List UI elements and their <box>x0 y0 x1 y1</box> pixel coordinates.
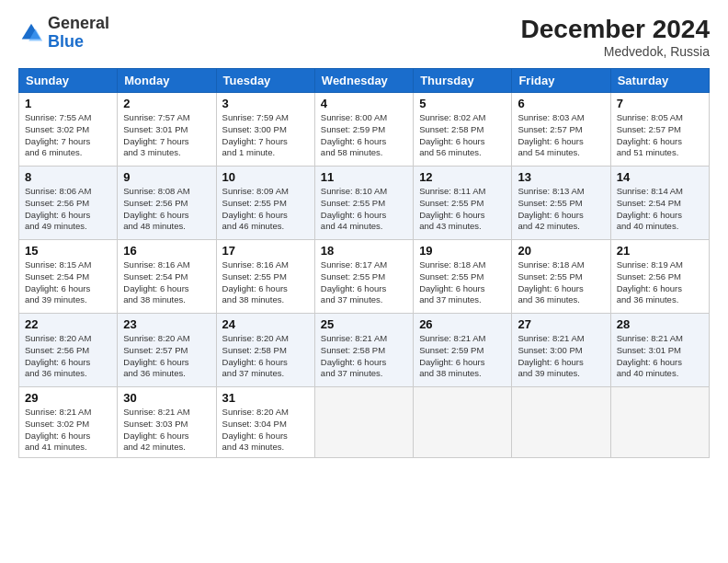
col-thursday: Thursday <box>414 69 512 93</box>
day-8: 8Sunrise: 8:06 AMSunset: 2:56 PMDaylight… <box>19 167 118 240</box>
day-9: 9Sunrise: 8:08 AMSunset: 2:56 PMDaylight… <box>118 167 216 240</box>
day-info-24: Sunrise: 8:20 AMSunset: 2:58 PMDaylight:… <box>222 333 309 380</box>
day-12: 12Sunrise: 8:11 AMSunset: 2:55 PMDayligh… <box>414 167 512 240</box>
day-info-13: Sunrise: 8:13 AMSunset: 2:55 PMDaylight:… <box>518 186 604 233</box>
day-info-2: Sunrise: 7:57 AMSunset: 3:01 PMDaylight:… <box>123 112 210 159</box>
month-title: December 2024 <box>521 15 710 44</box>
day-4: 4Sunrise: 8:00 AMSunset: 2:59 PMDaylight… <box>314 93 413 167</box>
day-number-11: 11 <box>321 170 407 184</box>
day-info-28: Sunrise: 8:21 AMSunset: 3:01 PMDaylight:… <box>617 333 703 380</box>
day-number-25: 25 <box>321 317 407 331</box>
col-monday: Monday <box>118 69 216 93</box>
day-number-5: 5 <box>419 97 506 110</box>
logo-text: General Blue <box>48 15 109 52</box>
day-number-30: 30 <box>123 391 210 405</box>
location: Medvedok, Russia <box>521 44 710 59</box>
day-number-31: 31 <box>222 391 309 405</box>
col-tuesday: Tuesday <box>216 69 314 93</box>
calendar-header-row: Sunday Monday Tuesday Wednesday Thursday… <box>19 69 710 93</box>
day-info-4: Sunrise: 8:00 AMSunset: 2:59 PMDaylight:… <box>321 112 407 159</box>
day-info-18: Sunrise: 8:17 AMSunset: 2:55 PMDaylight:… <box>321 259 407 306</box>
col-saturday: Saturday <box>610 69 709 93</box>
day-number-18: 18 <box>321 244 407 258</box>
day-1: 1Sunrise: 7:55 AMSunset: 3:02 PMDaylight… <box>19 93 118 167</box>
day-info-9: Sunrise: 8:08 AMSunset: 2:56 PMDaylight:… <box>123 186 210 233</box>
day-number-26: 26 <box>419 317 506 331</box>
day-number-14: 14 <box>617 170 703 184</box>
day-info-10: Sunrise: 8:09 AMSunset: 2:55 PMDaylight:… <box>222 186 309 233</box>
day-info-8: Sunrise: 8:06 AMSunset: 2:56 PMDaylight:… <box>25 186 111 233</box>
empty-cell <box>414 387 512 458</box>
day-info-11: Sunrise: 8:10 AMSunset: 2:55 PMDaylight:… <box>321 186 407 233</box>
col-sunday: Sunday <box>19 69 118 93</box>
day-25: 25Sunrise: 8:21 AMSunset: 2:58 PMDayligh… <box>314 314 413 387</box>
day-info-21: Sunrise: 8:19 AMSunset: 2:56 PMDaylight:… <box>617 259 703 306</box>
day-number-24: 24 <box>222 317 309 331</box>
day-30: 30Sunrise: 8:21 AMSunset: 3:03 PMDayligh… <box>118 387 216 458</box>
col-wednesday: Wednesday <box>314 69 413 93</box>
day-info-30: Sunrise: 8:21 AMSunset: 3:03 PMDaylight:… <box>123 407 210 454</box>
day-number-16: 16 <box>123 244 210 258</box>
day-11: 11Sunrise: 8:10 AMSunset: 2:55 PMDayligh… <box>314 167 413 240</box>
day-number-7: 7 <box>617 97 703 110</box>
day-info-31: Sunrise: 8:20 AMSunset: 3:04 PMDaylight:… <box>222 407 309 454</box>
day-info-16: Sunrise: 8:16 AMSunset: 2:54 PMDaylight:… <box>123 259 210 306</box>
day-info-17: Sunrise: 8:16 AMSunset: 2:55 PMDaylight:… <box>222 259 309 306</box>
logo-icon <box>18 20 44 46</box>
day-info-27: Sunrise: 8:21 AMSunset: 3:00 PMDaylight:… <box>518 333 604 380</box>
day-number-2: 2 <box>123 97 210 110</box>
day-number-21: 21 <box>617 244 703 258</box>
day-13: 13Sunrise: 8:13 AMSunset: 2:55 PMDayligh… <box>512 167 610 240</box>
day-number-10: 10 <box>222 170 309 184</box>
day-info-19: Sunrise: 8:18 AMSunset: 2:55 PMDaylight:… <box>419 259 506 306</box>
day-info-6: Sunrise: 8:03 AMSunset: 2:57 PMDaylight:… <box>518 112 604 159</box>
day-24: 24Sunrise: 8:20 AMSunset: 2:58 PMDayligh… <box>216 314 314 387</box>
day-number-3: 3 <box>222 97 309 110</box>
calendar-table: Sunday Monday Tuesday Wednesday Thursday… <box>18 68 710 458</box>
day-number-27: 27 <box>518 317 604 331</box>
day-info-23: Sunrise: 8:20 AMSunset: 2:57 PMDaylight:… <box>123 333 210 380</box>
day-10: 10Sunrise: 8:09 AMSunset: 2:55 PMDayligh… <box>216 167 314 240</box>
day-number-4: 4 <box>321 97 407 110</box>
day-info-3: Sunrise: 7:59 AMSunset: 3:00 PMDaylight:… <box>222 112 309 159</box>
day-18: 18Sunrise: 8:17 AMSunset: 2:55 PMDayligh… <box>314 240 413 314</box>
day-number-28: 28 <box>617 317 703 331</box>
col-friday: Friday <box>512 69 610 93</box>
day-26: 26Sunrise: 8:21 AMSunset: 2:59 PMDayligh… <box>414 314 512 387</box>
day-info-15: Sunrise: 8:15 AMSunset: 2:54 PMDaylight:… <box>25 259 111 306</box>
empty-cell <box>610 387 709 458</box>
day-info-29: Sunrise: 8:21 AMSunset: 3:02 PMDaylight:… <box>25 407 111 454</box>
day-2: 2Sunrise: 7:57 AMSunset: 3:01 PMDaylight… <box>118 93 216 167</box>
day-info-22: Sunrise: 8:20 AMSunset: 2:56 PMDaylight:… <box>25 333 111 380</box>
day-19: 19Sunrise: 8:18 AMSunset: 2:55 PMDayligh… <box>414 240 512 314</box>
day-number-19: 19 <box>419 244 506 258</box>
day-number-6: 6 <box>518 97 604 110</box>
day-info-5: Sunrise: 8:02 AMSunset: 2:58 PMDaylight:… <box>419 112 506 159</box>
day-number-22: 22 <box>25 317 111 331</box>
day-7: 7Sunrise: 8:05 AMSunset: 2:57 PMDaylight… <box>610 93 709 167</box>
day-5: 5Sunrise: 8:02 AMSunset: 2:58 PMDaylight… <box>414 93 512 167</box>
empty-cell <box>512 387 610 458</box>
day-info-7: Sunrise: 8:05 AMSunset: 2:57 PMDaylight:… <box>617 112 703 159</box>
logo-blue: Blue <box>48 32 84 51</box>
day-info-26: Sunrise: 8:21 AMSunset: 2:59 PMDaylight:… <box>419 333 506 380</box>
day-number-12: 12 <box>419 170 506 184</box>
title-block: December 2024 Medvedok, Russia <box>521 15 710 59</box>
day-number-9: 9 <box>123 170 210 184</box>
day-15: 15Sunrise: 8:15 AMSunset: 2:54 PMDayligh… <box>19 240 118 314</box>
day-number-8: 8 <box>25 170 111 184</box>
day-17: 17Sunrise: 8:16 AMSunset: 2:55 PMDayligh… <box>216 240 314 314</box>
day-14: 14Sunrise: 8:14 AMSunset: 2:54 PMDayligh… <box>610 167 709 240</box>
day-number-23: 23 <box>123 317 210 331</box>
day-28: 28Sunrise: 8:21 AMSunset: 3:01 PMDayligh… <box>610 314 709 387</box>
day-22: 22Sunrise: 8:20 AMSunset: 2:56 PMDayligh… <box>19 314 118 387</box>
day-21: 21Sunrise: 8:19 AMSunset: 2:56 PMDayligh… <box>610 240 709 314</box>
day-29: 29Sunrise: 8:21 AMSunset: 3:02 PMDayligh… <box>19 387 118 458</box>
day-6: 6Sunrise: 8:03 AMSunset: 2:57 PMDaylight… <box>512 93 610 167</box>
empty-cell <box>314 387 413 458</box>
day-info-1: Sunrise: 7:55 AMSunset: 3:02 PMDaylight:… <box>25 112 111 159</box>
day-number-17: 17 <box>222 244 309 258</box>
day-number-20: 20 <box>518 244 604 258</box>
day-number-13: 13 <box>518 170 604 184</box>
logo-general: General <box>48 14 109 32</box>
